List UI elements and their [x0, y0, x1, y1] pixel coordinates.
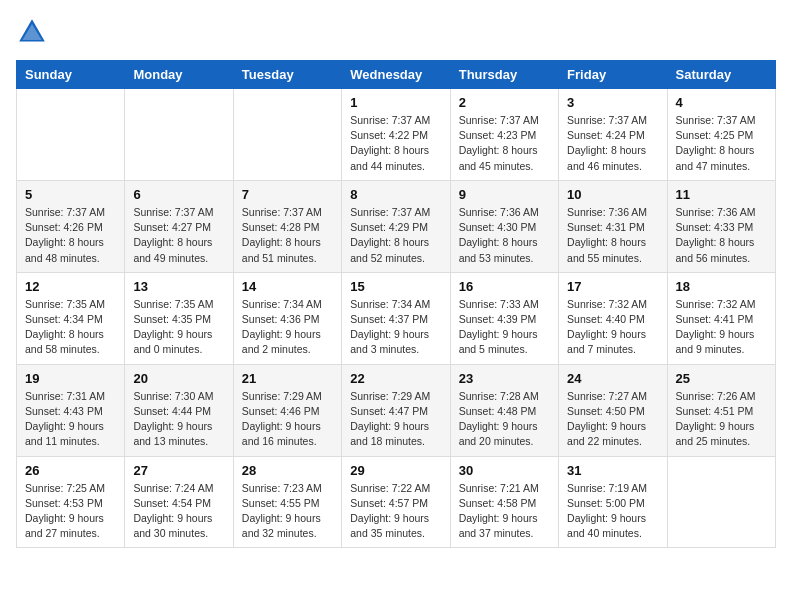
day-info: Sunrise: 7:37 AM Sunset: 4:24 PM Dayligh…: [567, 113, 658, 174]
calendar-cell: 19Sunrise: 7:31 AM Sunset: 4:43 PM Dayli…: [17, 364, 125, 456]
day-info: Sunrise: 7:25 AM Sunset: 4:53 PM Dayligh…: [25, 481, 116, 542]
weekday-header: Wednesday: [342, 61, 450, 89]
day-number: 20: [133, 371, 224, 386]
calendar-week-row: 5Sunrise: 7:37 AM Sunset: 4:26 PM Daylig…: [17, 180, 776, 272]
calendar-week-row: 19Sunrise: 7:31 AM Sunset: 4:43 PM Dayli…: [17, 364, 776, 456]
calendar-cell: [17, 89, 125, 181]
calendar-cell: 12Sunrise: 7:35 AM Sunset: 4:34 PM Dayli…: [17, 272, 125, 364]
calendar-cell: 29Sunrise: 7:22 AM Sunset: 4:57 PM Dayli…: [342, 456, 450, 548]
weekday-header: Saturday: [667, 61, 775, 89]
day-info: Sunrise: 7:24 AM Sunset: 4:54 PM Dayligh…: [133, 481, 224, 542]
calendar-cell: 31Sunrise: 7:19 AM Sunset: 5:00 PM Dayli…: [559, 456, 667, 548]
day-info: Sunrise: 7:29 AM Sunset: 4:46 PM Dayligh…: [242, 389, 333, 450]
calendar-cell: 2Sunrise: 7:37 AM Sunset: 4:23 PM Daylig…: [450, 89, 558, 181]
calendar-cell: 15Sunrise: 7:34 AM Sunset: 4:37 PM Dayli…: [342, 272, 450, 364]
day-info: Sunrise: 7:26 AM Sunset: 4:51 PM Dayligh…: [676, 389, 767, 450]
logo-icon: [16, 16, 48, 48]
day-info: Sunrise: 7:37 AM Sunset: 4:26 PM Dayligh…: [25, 205, 116, 266]
calendar-week-row: 12Sunrise: 7:35 AM Sunset: 4:34 PM Dayli…: [17, 272, 776, 364]
calendar-cell: 24Sunrise: 7:27 AM Sunset: 4:50 PM Dayli…: [559, 364, 667, 456]
calendar-cell: 5Sunrise: 7:37 AM Sunset: 4:26 PM Daylig…: [17, 180, 125, 272]
calendar-cell: 27Sunrise: 7:24 AM Sunset: 4:54 PM Dayli…: [125, 456, 233, 548]
calendar-cell: 6Sunrise: 7:37 AM Sunset: 4:27 PM Daylig…: [125, 180, 233, 272]
weekday-header: Thursday: [450, 61, 558, 89]
day-number: 27: [133, 463, 224, 478]
day-number: 31: [567, 463, 658, 478]
day-info: Sunrise: 7:31 AM Sunset: 4:43 PM Dayligh…: [25, 389, 116, 450]
weekday-header: Tuesday: [233, 61, 341, 89]
day-info: Sunrise: 7:35 AM Sunset: 4:35 PM Dayligh…: [133, 297, 224, 358]
calendar-cell: 16Sunrise: 7:33 AM Sunset: 4:39 PM Dayli…: [450, 272, 558, 364]
day-number: 9: [459, 187, 550, 202]
day-number: 8: [350, 187, 441, 202]
logo: [16, 16, 52, 48]
day-info: Sunrise: 7:37 AM Sunset: 4:29 PM Dayligh…: [350, 205, 441, 266]
calendar-cell: 7Sunrise: 7:37 AM Sunset: 4:28 PM Daylig…: [233, 180, 341, 272]
calendar-cell: 26Sunrise: 7:25 AM Sunset: 4:53 PM Dayli…: [17, 456, 125, 548]
day-number: 13: [133, 279, 224, 294]
day-number: 22: [350, 371, 441, 386]
day-number: 30: [459, 463, 550, 478]
calendar-cell: 28Sunrise: 7:23 AM Sunset: 4:55 PM Dayli…: [233, 456, 341, 548]
calendar-cell: 22Sunrise: 7:29 AM Sunset: 4:47 PM Dayli…: [342, 364, 450, 456]
day-number: 6: [133, 187, 224, 202]
calendar-cell: 11Sunrise: 7:36 AM Sunset: 4:33 PM Dayli…: [667, 180, 775, 272]
weekday-header: Friday: [559, 61, 667, 89]
day-info: Sunrise: 7:29 AM Sunset: 4:47 PM Dayligh…: [350, 389, 441, 450]
weekday-header: Sunday: [17, 61, 125, 89]
day-number: 2: [459, 95, 550, 110]
calendar-cell: 20Sunrise: 7:30 AM Sunset: 4:44 PM Dayli…: [125, 364, 233, 456]
calendar-cell: 23Sunrise: 7:28 AM Sunset: 4:48 PM Dayli…: [450, 364, 558, 456]
calendar-cell: 13Sunrise: 7:35 AM Sunset: 4:35 PM Dayli…: [125, 272, 233, 364]
day-info: Sunrise: 7:27 AM Sunset: 4:50 PM Dayligh…: [567, 389, 658, 450]
day-number: 23: [459, 371, 550, 386]
calendar-cell: [667, 456, 775, 548]
day-number: 15: [350, 279, 441, 294]
weekday-header-row: SundayMondayTuesdayWednesdayThursdayFrid…: [17, 61, 776, 89]
calendar-cell: 10Sunrise: 7:36 AM Sunset: 4:31 PM Dayli…: [559, 180, 667, 272]
day-number: 17: [567, 279, 658, 294]
day-number: 4: [676, 95, 767, 110]
day-info: Sunrise: 7:34 AM Sunset: 4:36 PM Dayligh…: [242, 297, 333, 358]
calendar-cell: [125, 89, 233, 181]
day-info: Sunrise: 7:32 AM Sunset: 4:40 PM Dayligh…: [567, 297, 658, 358]
calendar-table: SundayMondayTuesdayWednesdayThursdayFrid…: [16, 60, 776, 548]
day-info: Sunrise: 7:21 AM Sunset: 4:58 PM Dayligh…: [459, 481, 550, 542]
day-number: 21: [242, 371, 333, 386]
calendar-cell: [233, 89, 341, 181]
day-info: Sunrise: 7:37 AM Sunset: 4:23 PM Dayligh…: [459, 113, 550, 174]
page-header: [16, 16, 776, 48]
day-info: Sunrise: 7:33 AM Sunset: 4:39 PM Dayligh…: [459, 297, 550, 358]
day-info: Sunrise: 7:32 AM Sunset: 4:41 PM Dayligh…: [676, 297, 767, 358]
calendar-week-row: 26Sunrise: 7:25 AM Sunset: 4:53 PM Dayli…: [17, 456, 776, 548]
calendar-cell: 18Sunrise: 7:32 AM Sunset: 4:41 PM Dayli…: [667, 272, 775, 364]
day-info: Sunrise: 7:36 AM Sunset: 4:30 PM Dayligh…: [459, 205, 550, 266]
day-info: Sunrise: 7:37 AM Sunset: 4:25 PM Dayligh…: [676, 113, 767, 174]
day-number: 5: [25, 187, 116, 202]
day-number: 24: [567, 371, 658, 386]
day-number: 12: [25, 279, 116, 294]
day-info: Sunrise: 7:37 AM Sunset: 4:28 PM Dayligh…: [242, 205, 333, 266]
day-info: Sunrise: 7:30 AM Sunset: 4:44 PM Dayligh…: [133, 389, 224, 450]
day-number: 25: [676, 371, 767, 386]
day-info: Sunrise: 7:28 AM Sunset: 4:48 PM Dayligh…: [459, 389, 550, 450]
calendar-cell: 1Sunrise: 7:37 AM Sunset: 4:22 PM Daylig…: [342, 89, 450, 181]
day-number: 14: [242, 279, 333, 294]
day-info: Sunrise: 7:34 AM Sunset: 4:37 PM Dayligh…: [350, 297, 441, 358]
day-info: Sunrise: 7:36 AM Sunset: 4:33 PM Dayligh…: [676, 205, 767, 266]
day-info: Sunrise: 7:35 AM Sunset: 4:34 PM Dayligh…: [25, 297, 116, 358]
day-info: Sunrise: 7:19 AM Sunset: 5:00 PM Dayligh…: [567, 481, 658, 542]
day-info: Sunrise: 7:37 AM Sunset: 4:27 PM Dayligh…: [133, 205, 224, 266]
day-number: 7: [242, 187, 333, 202]
calendar-cell: 30Sunrise: 7:21 AM Sunset: 4:58 PM Dayli…: [450, 456, 558, 548]
day-number: 10: [567, 187, 658, 202]
day-number: 28: [242, 463, 333, 478]
day-number: 3: [567, 95, 658, 110]
day-number: 11: [676, 187, 767, 202]
day-info: Sunrise: 7:37 AM Sunset: 4:22 PM Dayligh…: [350, 113, 441, 174]
day-info: Sunrise: 7:22 AM Sunset: 4:57 PM Dayligh…: [350, 481, 441, 542]
day-number: 26: [25, 463, 116, 478]
day-number: 19: [25, 371, 116, 386]
weekday-header: Monday: [125, 61, 233, 89]
calendar-cell: 8Sunrise: 7:37 AM Sunset: 4:29 PM Daylig…: [342, 180, 450, 272]
